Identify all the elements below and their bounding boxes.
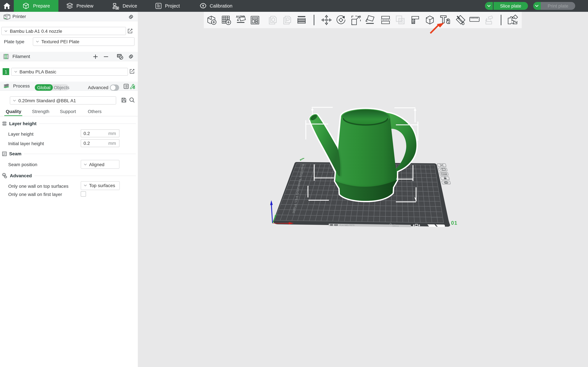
svg-text:01: 01 <box>451 220 458 226</box>
svg-text:SURFACE: SURFACE <box>392 225 399 227</box>
svg-text:PLA/ABS/PETG: PLA/ABS/PETG <box>340 224 355 227</box>
